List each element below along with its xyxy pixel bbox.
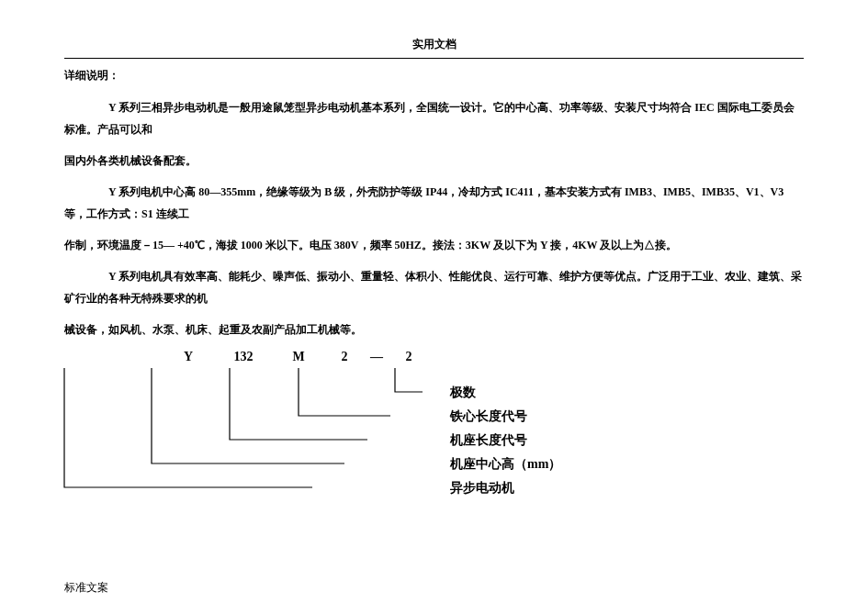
desc-poles: 极数	[450, 385, 476, 401]
paragraph-1-line-1: Y 系列三相异步电动机是一般用途鼠笼型异步电动机基本系列，全国统一设计。它的中心…	[64, 96, 804, 140]
model-number-diagram: Y 132 M 2 —	[175, 350, 652, 506]
body-text: Y 系列三相异步电动机是一般用途鼠笼型异步电动机基本系列，全国统一设计。它的中心…	[64, 96, 804, 340]
desc-async-motor: 异步电动机	[450, 480, 514, 497]
desc-frame-len: 机座长度代号	[450, 432, 527, 449]
segment-2b-label: 2	[406, 350, 412, 364]
paragraph-1-line-2: 国内外各类机械设备配套。	[64, 150, 804, 172]
paragraph-2-line-1: Y 系列电机中心高 80—355mm，绝缘等级为 B 级，外壳防护等级 IP44…	[64, 181, 804, 225]
header-rule	[64, 58, 804, 59]
section-title: 详细说明：	[64, 68, 804, 84]
segment-y: Y	[175, 350, 202, 364]
page-footer: 标准文案	[64, 580, 108, 596]
segment-2a-label: 2	[342, 350, 348, 364]
segment-132-label: 132	[234, 350, 254, 364]
segment-2b: 2	[395, 350, 423, 364]
segment-132: 132	[220, 350, 266, 364]
page-header: 实用文档	[64, 37, 804, 52]
segment-m-label: M	[292, 350, 304, 364]
desc-core-len: 铁心长度代号	[450, 408, 527, 425]
segment-dash-label: —	[370, 350, 383, 364]
segment-m: M	[285, 350, 312, 364]
segment-y-label: Y	[184, 350, 193, 364]
bracket-2b	[381, 368, 436, 405]
segment-dash: —	[367, 350, 386, 364]
paragraph-2-line-2: 作制，环境温度－15— +40℃，海拔 1000 米以下。电压 380V，频率 …	[64, 234, 804, 256]
desc-center-h: 机座中心高（mm）	[450, 456, 561, 473]
paragraph-3-line-2: 械设备，如风机、水泵、机床、起重及农副产品加工机械等。	[64, 318, 804, 340]
segment-2a: 2	[331, 350, 358, 364]
paragraph-3-line-1: Y 系列电机具有效率高、能耗少、噪声低、振动小、重量轻、体积小、性能优良、运行可…	[64, 265, 804, 309]
